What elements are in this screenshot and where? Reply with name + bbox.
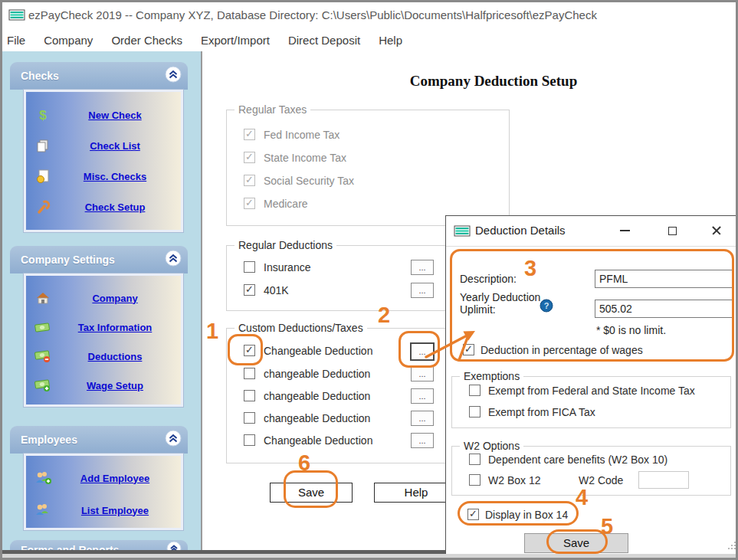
title-bar: ezPayCheck 2019 -- Company XYZ, Database…	[2, 2, 736, 28]
w2-box12-checkbox[interactable]	[469, 474, 481, 486]
dialog-save-button[interactable]: Save	[524, 533, 628, 553]
k401-more-button[interactable]: ...	[411, 283, 434, 298]
sidebar-link[interactable]: Check Setup	[60, 201, 181, 213]
custom-deduction-5-more-button[interactable]: ...	[411, 433, 434, 448]
custom-deduction-3-checkbox[interactable]	[244, 390, 255, 401]
money-icon	[26, 321, 60, 333]
sidebar-link[interactable]: Check List	[60, 140, 181, 152]
sidebar-item-wage-setup[interactable]: Wage Setup	[26, 371, 181, 400]
menu-order-checks[interactable]: Order Checks	[111, 34, 182, 47]
money-minus-icon	[26, 349, 60, 363]
uplimit-input[interactable]	[595, 300, 733, 318]
maximize-button[interactable]	[661, 221, 684, 241]
custom-deduction-4-checkbox[interactable]	[244, 412, 255, 424]
checkbox-label: Social Security Tax	[264, 175, 354, 187]
exemptions-groupbox: Exemptions Exempt from Federal and State…	[451, 376, 731, 428]
state-income-tax-checkbox	[244, 152, 255, 163]
insurance-more-button[interactable]: ...	[411, 260, 434, 275]
sidebar-item-check-list[interactable]: Check List	[26, 130, 181, 161]
regular-taxes-groupbox: Regular Taxes Fed Income Tax State Incom…	[226, 110, 510, 226]
uplimit-note: * $0 is no limit.	[596, 324, 666, 336]
custom-deduction-3-more-button[interactable]: ...	[411, 388, 434, 404]
save-button[interactable]: Save	[270, 483, 353, 503]
close-button[interactable]	[705, 221, 728, 241]
exempt-fed-state-checkbox[interactable]	[469, 385, 481, 396]
menu-help[interactable]: Help	[379, 34, 402, 47]
sidebar-link[interactable]: Misc. Checks	[60, 171, 181, 182]
checkbox-label: Dependent care benefits (W2 Box 10)	[488, 454, 667, 466]
sidebar-link[interactable]: Add Employee	[60, 473, 181, 484]
sidebar-item-new-check[interactable]: $ New Check	[26, 100, 181, 130]
menu-direct-deposit[interactable]: Direct Deposit	[288, 34, 360, 47]
checkbox-label: W2 Box 12	[488, 474, 540, 486]
section-header-employees[interactable]: Employees	[10, 426, 188, 454]
dependent-care-checkbox[interactable]	[469, 454, 481, 465]
uplimit-label-line2: Uplimit:	[460, 303, 496, 316]
description-input[interactable]	[595, 270, 733, 288]
checkbox-label: changeable Deduction	[264, 368, 370, 380]
exempt-fica-checkbox[interactable]	[469, 406, 481, 418]
sidebar-link[interactable]: New Check	[60, 110, 181, 121]
page-title: Company Deduction Setup	[325, 73, 662, 90]
checkbox-label: Deduction in percentage of wages	[481, 344, 643, 356]
sidebar-link[interactable]: Tax Information	[60, 322, 181, 333]
checkbox-label: changeable Deduction	[264, 390, 370, 402]
sidebar-item-company[interactable]: Company	[26, 283, 181, 313]
sidebar-link[interactable]: Wage Setup	[60, 380, 181, 391]
insurance-checkbox[interactable]	[244, 261, 255, 273]
groupbox-label: Regular Taxes	[235, 103, 310, 116]
custom-deduction-5-checkbox[interactable]	[244, 434, 255, 446]
groupbox-label: Custom Deductions/Taxes	[235, 322, 367, 334]
sidebar-link[interactable]: List Employee	[60, 505, 181, 516]
sidebar-item-deductions[interactable]: Deductions	[26, 342, 181, 371]
collapse-chevron-icon[interactable]	[165, 250, 182, 270]
custom-deduction-1-more-button[interactable]: ...	[410, 342, 435, 361]
window-bottom-edge	[2, 554, 736, 560]
checkbox-label: Exempt from Federal and State Income Tax	[488, 385, 695, 397]
person-plus-icon	[26, 470, 60, 486]
sidebar-link[interactable]: Deductions	[60, 351, 181, 362]
window-title: ezPayCheck 2019 -- Company XYZ, Database…	[28, 8, 597, 21]
checkbox-label: changeable Deduction	[264, 412, 370, 424]
help-icon[interactable]: ?	[540, 299, 553, 316]
svg-text:?: ?	[544, 301, 549, 310]
percentage-of-wages-checkbox[interactable]	[463, 344, 474, 355]
collapse-chevron-icon[interactable]	[165, 66, 182, 86]
sidebar-link[interactable]: Company	[60, 293, 181, 304]
collapse-chevron-icon[interactable]	[165, 430, 182, 450]
menu-export-import[interactable]: Export/Import	[201, 34, 270, 47]
menu-file[interactable]: File	[7, 34, 25, 47]
section-title: Employees	[10, 434, 165, 446]
custom-deduction-1-checkbox[interactable]	[244, 345, 255, 356]
section-header-company-settings[interactable]: Company Settings	[10, 246, 188, 273]
menu-bar: File Company Order Checks Export/Import …	[7, 30, 402, 50]
home-icon	[26, 290, 60, 306]
custom-deduction-2-more-button[interactable]: ...	[411, 366, 434, 382]
minimize-button[interactable]	[613, 221, 636, 241]
w2-options-groupbox: W2 Options Dependent care benefits (W2 B…	[451, 446, 731, 496]
sidebar-item-check-setup[interactable]: Check Setup	[26, 192, 181, 222]
sidebar-item-tax-information[interactable]: Tax Information	[26, 313, 181, 342]
sidebar-item-list-employee[interactable]: List Employee	[26, 494, 181, 526]
resize-grip[interactable]	[728, 539, 736, 552]
custom-deduction-4-more-button[interactable]: ...	[411, 411, 434, 426]
dollar-icon: $	[26, 107, 60, 123]
dialog-title-bar[interactable]: Deduction Details	[446, 216, 738, 247]
checkbox-label: Changeable Deduction	[264, 434, 372, 447]
menu-company[interactable]: Company	[44, 34, 93, 47]
w2-code-input[interactable]	[638, 471, 689, 489]
checkbox-label: Fed Income Tax	[264, 129, 339, 141]
w2-code-label: W2 Code	[579, 474, 623, 486]
section-header-checks[interactable]: Checks	[10, 62, 188, 90]
checkbox-label: Insurance	[264, 261, 310, 273]
k401-checkbox[interactable]	[244, 284, 255, 296]
checkbox-label: Display in Box 14	[485, 509, 568, 521]
sidebar-item-misc-checks[interactable]: Misc. Checks	[26, 161, 181, 192]
description-label: Description:	[460, 273, 517, 285]
checkbox-label: 401K	[264, 284, 289, 296]
display-box14-checkbox[interactable]	[467, 509, 479, 520]
sidebar-item-add-employee[interactable]: Add Employee	[26, 462, 181, 494]
custom-deduction-2-checkbox[interactable]	[244, 368, 255, 379]
dialog-icon	[454, 225, 471, 241]
close-icon	[711, 225, 722, 236]
